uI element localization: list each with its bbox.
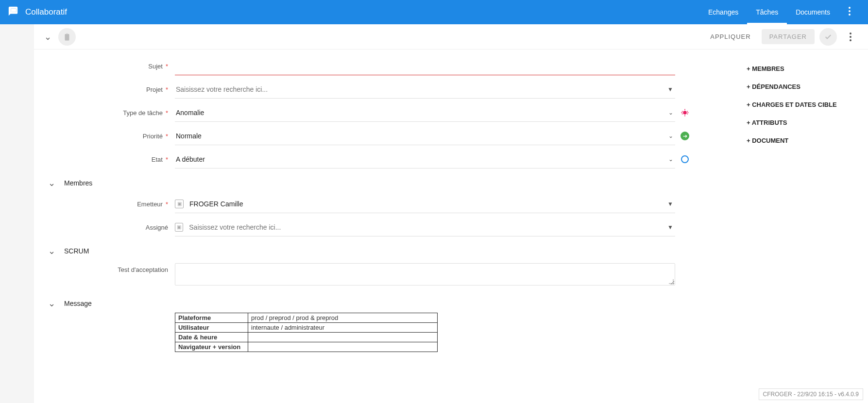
label-emitter: Emetteur xyxy=(137,201,163,208)
add-document-link[interactable]: + DOCUMENT xyxy=(747,132,863,150)
chevron-down-icon[interactable]: ▼ xyxy=(665,222,675,233)
tab-documents[interactable]: Documents xyxy=(787,0,839,24)
chevron-down-icon[interactable]: ⌄ xyxy=(47,298,56,309)
table-row: Date & heure xyxy=(175,333,438,342)
user-badge-icon: ▣ xyxy=(175,200,184,208)
section-scrum[interactable]: ⌄ SCRUM xyxy=(34,239,747,260)
svg-point-1 xyxy=(849,7,851,9)
table-row: Navigateur + version xyxy=(175,342,438,352)
chevron-down-icon[interactable]: ⌄ xyxy=(666,154,675,165)
label-priority: Priorité xyxy=(143,133,163,140)
priority-select[interactable]: Normale xyxy=(175,129,666,143)
project-dropdown-icon[interactable]: ▼ xyxy=(665,84,675,95)
chevron-down-icon[interactable]: ⌄ xyxy=(666,131,675,141)
tasktype-select[interactable]: Anomalie xyxy=(175,106,666,119)
svg-point-7 xyxy=(683,111,687,115)
more-button[interactable] xyxy=(842,28,859,46)
label-project: Projet xyxy=(146,86,163,93)
test-accept-textarea[interactable] xyxy=(175,263,675,285)
svg-point-4 xyxy=(850,33,851,34)
chevron-down-icon[interactable]: ⌄ xyxy=(47,246,56,256)
app-title: Collaboratif xyxy=(25,7,67,17)
apply-button[interactable]: APPLIQUER xyxy=(704,29,756,44)
user-badge-icon: ▣ xyxy=(175,223,183,232)
svg-point-5 xyxy=(850,36,851,38)
svg-point-3 xyxy=(849,14,851,16)
required-mark: * xyxy=(166,63,168,70)
chevron-down-icon[interactable]: ⌄ xyxy=(47,178,56,188)
section-members[interactable]: ⌄ Membres xyxy=(34,171,747,192)
footer-status: CFROGER - 22/9/20 16:15 - v6.4.0.9 xyxy=(759,388,863,400)
chevron-down-icon[interactable]: ▼ xyxy=(665,199,675,209)
side-links: + MEMBRES + DÉPENDANCES + CHARGES ET DAT… xyxy=(747,50,868,371)
emitter-select[interactable]: FROGER Camille xyxy=(188,197,665,211)
table-row: Utilisateurinternaute / administrateur xyxy=(175,323,438,333)
assignee-input[interactable] xyxy=(188,220,665,234)
chat-icon xyxy=(8,6,18,19)
arrow-right-circle-icon: ➔ xyxy=(675,132,695,140)
svg-point-2 xyxy=(849,10,851,12)
topbar: Collaboratif Echanges Tâches Documents xyxy=(0,0,868,24)
topbar-tabs: Echanges Tâches Documents xyxy=(699,0,860,24)
status-circle-icon xyxy=(675,155,695,163)
message-template-table: Plateformeprod / preprod / prod & prepro… xyxy=(175,313,438,352)
label-assignee: Assigné xyxy=(146,224,168,231)
tab-taches[interactable]: Tâches xyxy=(747,0,787,24)
label-state: Etat xyxy=(152,156,163,163)
share-button[interactable]: PARTAGER xyxy=(762,29,815,44)
topbar-more-button[interactable] xyxy=(839,7,860,17)
svg-point-6 xyxy=(850,39,851,41)
toolbar: ⌄ APPLIQUER PARTAGER xyxy=(34,24,868,50)
done-button[interactable] xyxy=(819,28,837,46)
subject-input[interactable] xyxy=(175,59,675,73)
add-attributes-link[interactable]: + ATTRIBUTS xyxy=(747,114,863,132)
add-charges-link[interactable]: + CHARGES ET DATES CIBLE xyxy=(747,96,863,114)
clipboard-icon[interactable] xyxy=(58,28,76,46)
section-message[interactable]: ⌄ Message xyxy=(34,285,747,313)
tab-echanges[interactable]: Echanges xyxy=(699,0,747,24)
state-select[interactable]: A débuter xyxy=(175,152,666,166)
label-subject: Sujet xyxy=(148,63,163,70)
table-row: Plateformeprod / preprod / prod & prepro… xyxy=(175,313,438,323)
label-tasktype: Type de tâche xyxy=(123,109,163,117)
chevron-down-icon[interactable]: ⌄ xyxy=(666,107,675,118)
add-dependencies-link[interactable]: + DÉPENDANCES xyxy=(747,78,863,96)
main-panel: ⌄ APPLIQUER PARTAGER Sujet * xyxy=(34,24,868,403)
label-test-accept: Test d'acceptation xyxy=(118,266,168,273)
form-area: Sujet * Projet * ▼ xyxy=(34,50,747,371)
bug-icon xyxy=(675,108,695,117)
topbar-left: Collaboratif xyxy=(8,6,67,19)
add-members-link[interactable]: + MEMBRES xyxy=(747,60,863,78)
project-input[interactable] xyxy=(175,83,665,96)
collapse-toggle[interactable]: ⌄ xyxy=(43,32,52,42)
